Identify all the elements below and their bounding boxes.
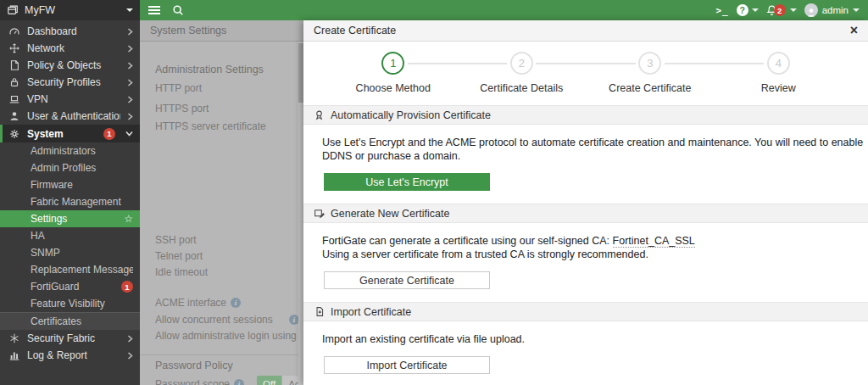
segment-off: Off [257,376,281,385]
sidebar-item-settings[interactable]: Settings ☆ [0,210,140,227]
generate-description-prefix: FortiGate can generate a certificate usi… [322,235,613,247]
generate-certificate-button[interactable]: Generate Certificate [324,271,490,289]
chevron-down-icon [125,131,133,137]
chevron-right-icon [127,79,133,86]
sidebar-item-certificates[interactable]: Certificates [0,313,140,330]
step-review[interactable]: 4 Review [715,52,843,94]
sidebar-item-snmp[interactable]: SNMP [0,244,140,261]
sidebar-item-label: VPN [27,93,120,105]
sidebar-item-admin-profiles[interactable]: Admin Profiles [0,159,140,176]
import-description: Import an existing certificate via file … [322,332,868,346]
sidebar-item-label: HA [31,230,133,242]
sidebar-item-fortiguard[interactable]: FortiGuard 1 [0,278,140,295]
search-icon[interactable] [172,4,184,16]
step-circle: 2 [510,52,533,75]
sidebar-item-label: Administrators [31,145,133,157]
admin-menu[interactable]: admin [804,3,860,17]
sidebar-item-label: Firmware [31,179,133,191]
sidebar-item-label: SNMP [31,247,133,259]
settings-row-acme-interface: ACME interface i [155,295,303,310]
step-choose-method[interactable]: 1 Choose Method [329,52,458,94]
step-circle: 4 [767,52,790,75]
chevron-right-icon [127,28,133,36]
import-certificate-button[interactable]: Import Certificate [324,356,490,374]
step-label: Review [761,82,796,94]
close-icon[interactable]: × [850,24,858,37]
sidebar-item-label: Feature Visibility [31,298,133,310]
generate-description: FortiGate can generate a certificate usi… [322,234,868,261]
settings-divider [140,354,303,355]
step-certificate-details[interactable]: 2 Certificate Details [458,52,587,94]
info-icon: i [231,298,241,308]
ca-name-link[interactable]: Fortinet_CA_SSL [613,235,695,248]
sidebar-item-replacement-messages[interactable]: Replacement Messages [0,261,140,278]
sidebar-item-dashboard[interactable]: Dashboard [0,23,140,40]
person-icon [8,110,20,122]
sidebar-item-system[interactable]: System 1 [0,125,140,142]
app-root: MyFW >_ ? [0,0,868,385]
move-arrows-icon [8,42,20,54]
modal-header: Create Certificate × [303,20,868,42]
settings-row-telnet-port: Telnet port [155,248,303,263]
chevron-right-icon [127,96,133,103]
help-icon: ? [737,4,748,16]
section-title: Generate New Certificate [331,208,449,220]
sidebar-item-label: Network [27,42,120,54]
lock-icon [8,76,20,88]
gear-icon [8,128,20,140]
notifications-menu[interactable]: 2 [766,4,797,16]
sidebar-item-network[interactable]: Network [0,40,140,57]
sidebar-item-security-profiles[interactable]: Security Profiles [0,74,140,91]
wizard-stepper: 1 Choose Method 2 Certificate Details 3 … [303,42,868,105]
sidebar-item-fabric-management[interactable]: Fabric Management [0,193,140,210]
fabric-asterisk-icon [8,332,20,344]
top-bar-right: >_ ? 2 [715,3,860,17]
top-bar: MyFW >_ ? [0,0,868,20]
sidebar-item-feature-visibility[interactable]: Feature Visibility [0,295,140,312]
caret-down-icon [853,8,860,12]
settings-page-title: System Settings [140,20,303,42]
star-icon[interactable]: ☆ [124,213,133,225]
settings-row-https-port: HTTPS port [155,101,303,115]
terminal-icon[interactable]: >_ [715,5,728,16]
sidebar-item-label: Dashboard [27,25,120,37]
hamburger-icon[interactable] [148,5,160,15]
sidebar-item-label: User & Authentication [27,110,120,122]
sidebar-item-label: Certificates [31,315,133,327]
settings-row-idle-timeout: Idle timeout [155,265,303,279]
settings-row-label: Password scope [155,378,230,385]
settings-row-https-cert: HTTPS server certificate [155,119,303,133]
logo-dropdown[interactable]: MyFW [0,0,140,20]
section-title: Automatically Provision Certificate [331,109,491,121]
logo-label: MyFW [25,4,55,16]
sidebar-item-security-fabric[interactable]: Security Fabric [0,330,140,347]
settings-row-concurrent-sessions: Allow concurrent sessions i [155,312,303,326]
step-circle: 1 [381,52,404,75]
top-bar-green: >_ ? 2 [140,0,868,20]
section-title: Import Certificate [331,306,411,318]
sidebar-item-administrators[interactable]: Administrators [0,142,140,159]
caret-down-icon [752,8,759,12]
sidebar-item-ha[interactable]: HA [0,227,140,244]
sidebar-item-label: Security Profiles [27,76,120,88]
sidebar-item-log-report[interactable]: Log & Report [0,347,140,364]
settings-row-forticloud-login: Allow administrative login using FortiCl… [155,328,303,343]
step-create-certificate[interactable]: 3 Create Certificate [586,52,715,94]
step-label: Certificate Details [480,82,563,94]
import-certificate-icon [314,306,325,317]
chevron-right-icon [127,45,133,53]
section-header-import: Import Certificate [303,302,868,321]
sidebar-item-vpn[interactable]: VPN [0,91,140,108]
sidebar-item-user-authentication[interactable]: User & Authentication [0,108,140,125]
modal-title: Create Certificate [314,25,850,36]
use-lets-encrypt-button[interactable]: Use Let's Encrypt [324,173,490,191]
sidebar-item-label: Settings [31,213,124,225]
logo-icon [7,4,19,16]
auto-provision-icon [314,109,325,120]
help-menu[interactable]: ? [737,4,759,16]
password-scope-segmented-control: Off Admin IP [257,376,303,385]
caret-down-icon [790,8,797,12]
sidebar-item-policy-objects[interactable]: Policy & Objects [0,57,140,74]
generate-description-line2: Using a server certificate from a truste… [322,248,648,260]
sidebar-item-firmware[interactable]: Firmware [0,176,140,193]
